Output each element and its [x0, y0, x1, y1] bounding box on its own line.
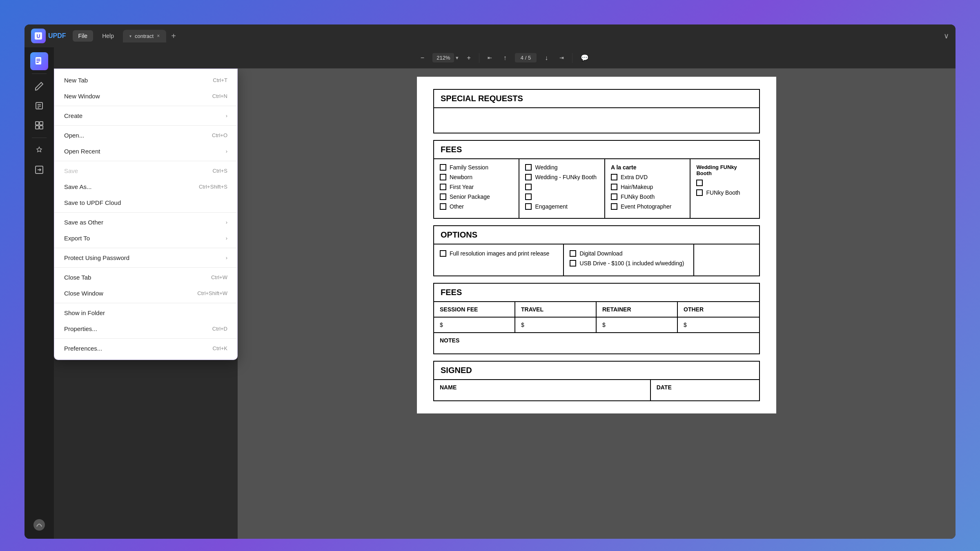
- contract-tab[interactable]: ▾ contract ×: [123, 30, 166, 42]
- fees-header-travel: TRAVEL: [515, 302, 597, 317]
- options-section: OPTIONS Full resolution images and print…: [433, 225, 760, 276]
- page-separator: /: [525, 55, 528, 61]
- menu-item-open[interactable]: Open... Ctrl+O: [54, 127, 237, 143]
- updf-logo: U UPDF: [31, 29, 66, 43]
- sidebar-icon-edit[interactable]: [30, 77, 48, 95]
- svg-rect-5: [36, 62, 39, 63]
- tab-close-icon[interactable]: ×: [157, 33, 160, 39]
- tab-label: contract: [135, 33, 154, 39]
- fees-col-4: Wedding FUNky Booth FUNky Booth: [690, 159, 759, 218]
- fee-item-wed-blank: [696, 180, 753, 186]
- option-usb: USB Drive - $100 (1 included w/wedding): [570, 260, 687, 267]
- menu-item-show-in-folder-label: Show in Folder: [64, 309, 105, 316]
- signed-date: DATE: [651, 380, 759, 400]
- sidebar-icon-organize[interactable]: [30, 116, 48, 134]
- menu-item-save-as-label: Save As...: [64, 183, 92, 190]
- sidebar-icon-ai[interactable]: [30, 516, 48, 534]
- nav-last-button[interactable]: ⇥: [556, 52, 567, 63]
- menu-item-preferences[interactable]: Preferences... Ctrl+K: [54, 340, 237, 356]
- menu-item-open-recent-label: Open Recent: [64, 148, 100, 155]
- nav-next-button[interactable]: ↓: [541, 52, 551, 64]
- menu-item-save: Save Ctrl+S: [54, 163, 237, 179]
- nav-first-button[interactable]: ⇤: [484, 52, 495, 63]
- svg-rect-3: [36, 59, 40, 60]
- content-wrapper: New Tab Ctrl+T New Window Ctrl+N Create …: [54, 69, 956, 539]
- menu-item-properties-label: Properties...: [64, 325, 97, 332]
- fees-grid: Family Session Newborn First Year Senior…: [434, 159, 759, 218]
- fees-table-values: $ $ $ $: [434, 318, 759, 333]
- fees-header-retainer: RETAINER: [597, 302, 678, 317]
- fees-table-section: FEES SESSION FEE TRAVEL RETAINER OTHER $…: [433, 283, 760, 354]
- signed-title: SIGNED: [434, 362, 759, 380]
- page-display: 4 / 5: [515, 53, 537, 62]
- checkbox-firstyear[interactable]: [440, 184, 446, 190]
- checkbox-newborn[interactable]: [440, 174, 446, 180]
- checkbox-digital[interactable]: [570, 250, 576, 257]
- sidebar-icon-forms[interactable]: [30, 141, 48, 159]
- sidebar-icon-reader[interactable]: [30, 52, 48, 70]
- svg-rect-4: [36, 60, 40, 61]
- sidebar-icon-annotate[interactable]: [30, 97, 48, 115]
- sidebar: [24, 47, 54, 539]
- menu-item-preferences-shortcut: Ctrl+K: [213, 345, 227, 351]
- menu-item-close-window[interactable]: Close Window Ctrl+Shift+W: [54, 285, 237, 301]
- zoom-dropdown-icon[interactable]: ▾: [456, 55, 459, 61]
- checkbox-family[interactable]: [440, 164, 446, 171]
- checkbox-blank-2[interactable]: [525, 193, 532, 200]
- checkbox-hairmakeup[interactable]: [611, 184, 617, 190]
- menu-item-close-tab-label: Close Tab: [64, 274, 91, 281]
- fees-val-travel: $: [515, 318, 597, 332]
- checkbox-extradvd[interactable]: [611, 174, 617, 180]
- menu-item-new-tab[interactable]: New Tab Ctrl+T: [54, 72, 237, 88]
- checkbox-wedding[interactable]: [525, 164, 532, 171]
- menu-item-open-recent[interactable]: Open Recent ›: [54, 143, 237, 159]
- fees-table-title: FEES: [434, 284, 759, 302]
- menu-item-new-tab-label: New Tab: [64, 77, 88, 84]
- menu-item-new-window[interactable]: New Window Ctrl+N: [54, 88, 237, 104]
- menu-separator-5: [54, 248, 237, 248]
- fees-table-headers: SESSION FEE TRAVEL RETAINER OTHER: [434, 302, 759, 318]
- sidebar-icon-convert[interactable]: [30, 161, 48, 179]
- new-tab-button[interactable]: +: [168, 30, 179, 42]
- fees-val-retainer: $: [597, 318, 678, 332]
- page-nav: 4 / 5: [515, 53, 537, 62]
- menu-item-save-updf-cloud[interactable]: Save to UPDF Cloud: [54, 195, 237, 211]
- menu-item-properties[interactable]: Properties... Ctrl+D: [54, 321, 237, 337]
- zoom-in-button[interactable]: +: [463, 52, 474, 64]
- svg-point-15: [33, 519, 45, 531]
- checkbox-funky-booth-2[interactable]: [696, 189, 703, 196]
- menu-item-close-tab[interactable]: Close Tab Ctrl+W: [54, 269, 237, 285]
- special-requests-section: SPECIAL REQUESTS: [433, 89, 760, 133]
- help-menu-button[interactable]: Help: [96, 30, 120, 42]
- checkbox-funky-booth[interactable]: [611, 193, 617, 200]
- menu-item-create[interactable]: Create ›: [54, 108, 237, 124]
- nav-prev-button[interactable]: ↑: [500, 52, 510, 64]
- checkbox-usb[interactable]: [570, 260, 576, 267]
- menu-item-save-as-other[interactable]: Save as Other ›: [54, 214, 237, 230]
- option-digital: Digital Download: [570, 250, 687, 257]
- checkbox-engagement[interactable]: [525, 203, 532, 210]
- menu-item-show-in-folder[interactable]: Show in Folder: [54, 305, 237, 321]
- menu-item-export-to[interactable]: Export To ›: [54, 230, 237, 246]
- checkbox-other[interactable]: [440, 203, 446, 210]
- checkbox-wedding-funky[interactable]: [525, 174, 532, 180]
- menu-item-save-as[interactable]: Save As... Ctrl+Shift+S: [54, 179, 237, 195]
- menu-item-close-tab-shortcut: Ctrl+W: [211, 274, 227, 280]
- checkbox-eventphotog[interactable]: [611, 203, 617, 210]
- menu-separator-8: [54, 338, 237, 339]
- menu-item-protect-password[interactable]: Protect Using Password ›: [54, 250, 237, 266]
- file-menu-button[interactable]: File: [73, 30, 94, 42]
- fee-item-hairmakeup: Hair/Makeup: [611, 184, 684, 190]
- fee-item-other: Other: [440, 203, 513, 210]
- menu-item-save-as-other-arrow: ›: [226, 219, 227, 225]
- checkbox-senior[interactable]: [440, 193, 446, 200]
- checkbox-wed-blank[interactable]: [696, 180, 703, 186]
- comment-button[interactable]: 💬: [577, 51, 592, 64]
- svg-rect-12: [36, 126, 39, 129]
- checkbox-blank-1[interactable]: [525, 184, 532, 190]
- option-fullres: Full resolution images and print release: [440, 250, 557, 257]
- zoom-out-button[interactable]: −: [417, 52, 428, 64]
- fee-item-extradvd: Extra DVD: [611, 174, 684, 180]
- checkbox-fullres[interactable]: [440, 250, 446, 257]
- title-bar-collapse[interactable]: ∨: [944, 31, 949, 40]
